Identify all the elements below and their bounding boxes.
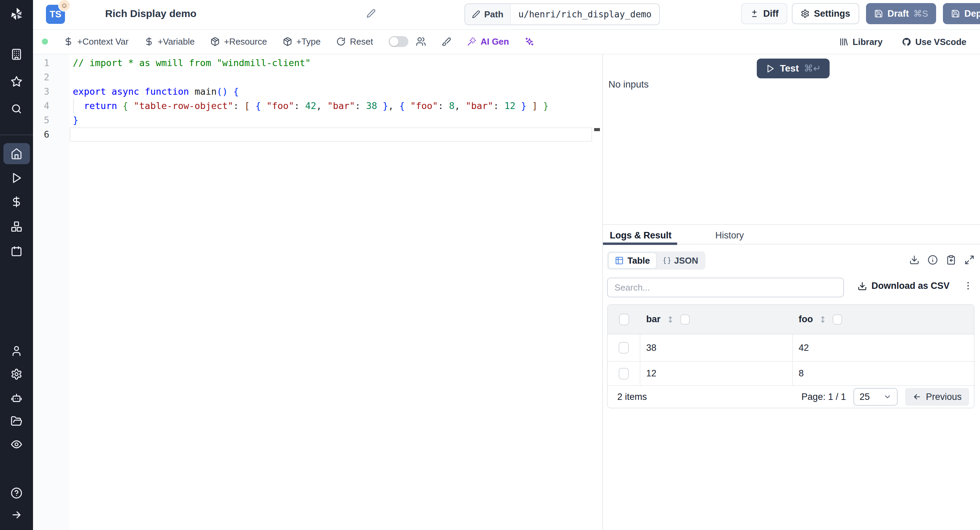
table-row: 3842 xyxy=(608,334,974,362)
sort-icon[interactable] xyxy=(666,315,675,324)
deploy-button[interactable]: Deploy xyxy=(943,3,980,24)
sort-icon[interactable] xyxy=(818,315,827,324)
no-inputs-text: No inputs xyxy=(608,79,649,90)
ai-gen-button[interactable]: AI Gen xyxy=(467,37,509,47)
collaboration-toggle[interactable] xyxy=(388,36,408,47)
play-icon xyxy=(765,64,775,73)
sidebar-item-workers[interactable] xyxy=(0,392,33,404)
reset-label: Reset xyxy=(350,37,373,47)
diff-button[interactable]: Diff xyxy=(741,3,788,24)
row-checkbox[interactable] xyxy=(619,368,629,380)
ai-sparkles-button[interactable] xyxy=(525,37,534,46)
page-size-value: 25 xyxy=(859,392,870,402)
users-icon[interactable] xyxy=(416,37,426,47)
add-variable-button[interactable]: +Variable xyxy=(144,37,195,47)
path-button[interactable]: Path u/henri/rich_display_demo xyxy=(465,3,660,25)
library-label: Library xyxy=(853,37,883,47)
add-variable-label: +Variable xyxy=(158,37,195,47)
sidebar-item-search[interactable] xyxy=(0,103,33,115)
library-button[interactable]: Library xyxy=(839,37,883,47)
scrollbar-cursor-mark xyxy=(594,128,600,131)
diff-label: Diff xyxy=(763,8,778,19)
test-label: Test xyxy=(780,63,799,74)
row-checkbox[interactable] xyxy=(619,342,629,354)
settings-button[interactable]: Settings xyxy=(792,3,859,24)
code-line[interactable] xyxy=(70,128,73,142)
current-line-highlight xyxy=(70,128,592,142)
view-table-label: Table xyxy=(627,255,650,266)
code-line[interactable]: } xyxy=(70,113,78,128)
table-menu-button[interactable] xyxy=(963,281,973,291)
foo-column-checkbox[interactable] xyxy=(833,314,842,325)
status-dot xyxy=(42,38,48,45)
page-size-select[interactable]: 25 xyxy=(853,388,898,405)
sidebar-item-favorites[interactable] xyxy=(0,76,33,88)
arrow-left-icon xyxy=(913,393,921,401)
draft-shortcut: ⌘S xyxy=(913,8,928,19)
column-header-bar: bar xyxy=(640,314,793,325)
sidebar-item-schedules[interactable] xyxy=(0,245,33,257)
sidebar-expand-button[interactable] xyxy=(0,509,33,521)
table-icon xyxy=(615,256,624,265)
view-json-label: JSON xyxy=(674,255,698,266)
add-resource-button[interactable]: +Resource xyxy=(210,37,267,47)
info-icon[interactable] xyxy=(928,255,938,265)
table-body: 3842128 xyxy=(608,334,974,386)
add-type-button[interactable]: +Type xyxy=(283,37,321,47)
previous-page-button[interactable]: Previous xyxy=(905,388,969,405)
edit-summary-pencil-icon[interactable] xyxy=(366,9,375,18)
reset-icon xyxy=(336,37,346,46)
result-actions xyxy=(909,255,975,265)
save-draft-button[interactable]: Draft ⌘S xyxy=(866,3,936,24)
view-mode-switch: Table JSON xyxy=(607,251,705,270)
windmill-logo-icon[interactable] xyxy=(0,6,33,22)
toggle-knob xyxy=(390,37,398,46)
run-result-panel: Test ⌘↵ No inputs Logs & Result History … xyxy=(602,54,980,530)
test-button[interactable]: Test ⌘↵ xyxy=(757,59,830,78)
code-editor[interactable]: 123456 // import * as wmill from "windmi… xyxy=(33,54,602,530)
view-json-button[interactable]: JSON xyxy=(657,252,705,269)
reset-button[interactable]: Reset xyxy=(336,37,373,47)
sidebar-item-runs[interactable] xyxy=(0,172,33,184)
sidebar-item-help[interactable] xyxy=(0,487,33,499)
sidebar-item-workspace[interactable] xyxy=(0,48,33,60)
cell-bar: 38 xyxy=(640,334,793,361)
sidebar-item-resources[interactable] xyxy=(0,221,33,233)
result-table: bar foo 3842128 2 items Page: 1 / 1 25 xyxy=(607,304,975,409)
line-number: 3 xyxy=(33,85,49,99)
bar-column-checkbox[interactable] xyxy=(680,314,690,325)
download-csv-button[interactable]: Download as CSV xyxy=(858,281,950,291)
sidebar-item-variables[interactable] xyxy=(0,196,33,208)
code-line[interactable]: return { "table-row-object": [ { "foo": … xyxy=(70,99,549,113)
search-input[interactable] xyxy=(607,278,844,297)
view-table-button[interactable]: Table xyxy=(608,252,657,269)
code-line[interactable]: export async function main() { xyxy=(70,85,239,99)
sidebar-item-home[interactable] xyxy=(0,148,33,160)
add-context-var-button[interactable]: +Context Var xyxy=(64,37,129,47)
expand-icon[interactable] xyxy=(964,255,975,265)
sidebar-item-users[interactable] xyxy=(0,345,33,357)
sidebar-item-settings[interactable] xyxy=(0,368,33,380)
tab-history[interactable]: History xyxy=(715,230,744,241)
select-all-cell xyxy=(608,314,640,325)
tab-logs-result[interactable]: Logs & Result xyxy=(610,230,672,241)
add-context-var-label: +Context Var xyxy=(77,37,129,47)
code-line[interactable]: // import * as wmill from "windmill-clie… xyxy=(70,56,311,70)
select-all-checkbox[interactable] xyxy=(619,314,629,325)
path-label: Path xyxy=(484,9,503,20)
code-line[interactable] xyxy=(70,70,73,85)
sidebar-item-folders[interactable] xyxy=(0,415,33,427)
panel-divider[interactable] xyxy=(603,224,980,225)
copy-icon[interactable] xyxy=(946,255,956,265)
use-vscode-button[interactable]: Use VScode xyxy=(902,37,966,47)
download-csv-label: Download as CSV xyxy=(872,281,950,291)
active-tab-indicator xyxy=(603,243,677,245)
format-button[interactable] xyxy=(442,37,451,46)
cell-foo: 42 xyxy=(793,334,974,361)
paintbrush-icon xyxy=(442,37,451,46)
code-lines[interactable]: // import * as wmill from "windmill-clie… xyxy=(70,54,592,530)
sidebar-item-audit-logs[interactable] xyxy=(0,438,33,450)
download-icon[interactable] xyxy=(909,255,920,265)
header: TS ☺ Rich Display demo Path u/henri/rich… xyxy=(33,0,980,30)
deploy-label: Deploy xyxy=(964,8,980,19)
